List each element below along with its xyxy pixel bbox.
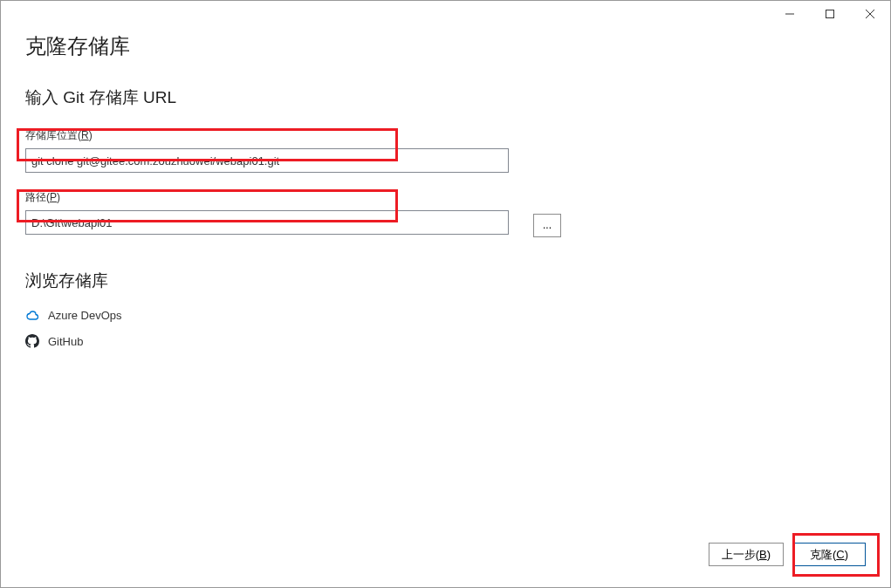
github-icon: [25, 334, 39, 348]
repo-location-label: 存储库位置(R): [25, 128, 866, 143]
path-label: 路径(P): [25, 190, 866, 205]
path-row: ...: [25, 210, 866, 235]
content: 克隆存储库 输入 Git 存储库 URL 存储库位置(R) 路径(P) ... …: [1, 32, 890, 348]
browse-title: 浏览存储库: [25, 270, 866, 292]
page-subtitle: 输入 Git 存储库 URL: [25, 86, 866, 109]
footer-buttons: 上一步(B) 克隆(C): [709, 543, 866, 566]
window-controls: [770, 1, 890, 27]
browse-button[interactable]: ...: [533, 214, 561, 237]
maximize-button[interactable]: [810, 1, 850, 27]
provider-github[interactable]: GitHub: [25, 334, 866, 348]
titlebar: [1, 1, 890, 27]
page-title: 克隆存储库: [25, 32, 866, 60]
svg-rect-1: [826, 10, 834, 18]
minimize-button[interactable]: [770, 1, 810, 27]
path-input[interactable]: [25, 210, 509, 235]
clone-button[interactable]: 克隆(C): [792, 543, 866, 566]
repo-location-input[interactable]: [25, 148, 509, 173]
close-button[interactable]: [850, 1, 890, 27]
cloud-icon: [25, 308, 39, 322]
provider-label: GitHub: [48, 335, 83, 348]
back-button[interactable]: 上一步(B): [709, 543, 784, 566]
repo-location-row: [25, 148, 866, 173]
provider-label: Azure DevOps: [48, 309, 122, 322]
provider-azure-devops[interactable]: Azure DevOps: [25, 308, 866, 322]
